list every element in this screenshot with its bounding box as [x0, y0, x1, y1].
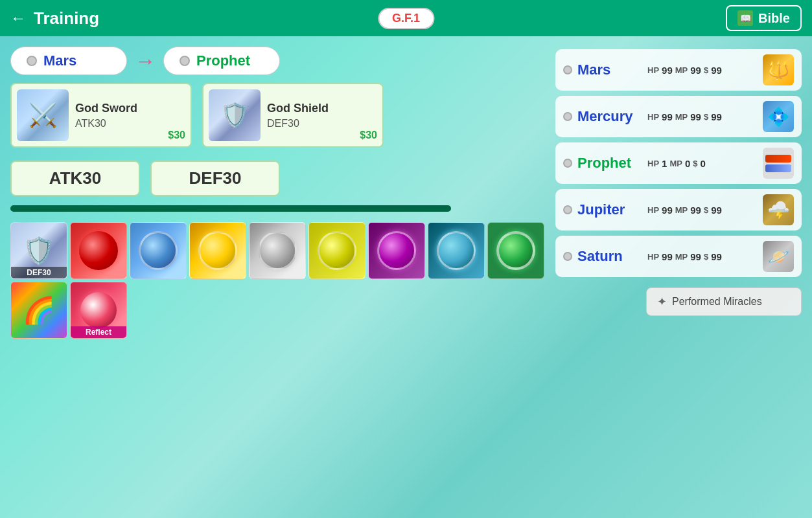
mars-money-val: 99	[711, 65, 722, 76]
prophet-dot	[563, 159, 572, 168]
jupiter-dot	[563, 205, 572, 214]
saturn-mp-val: 99	[690, 251, 701, 262]
header: ← Training G.F.1 📖 Bible	[0, 0, 812, 36]
mercury-dot	[563, 112, 572, 121]
bible-icon: 📖	[737, 10, 753, 26]
char-row-mars[interactable]: Mars HP 99 MP 99 $ 99 🔱	[555, 49, 802, 91]
prophet-hp-val: 1	[662, 158, 667, 169]
sword-icon: ⚔️	[17, 89, 69, 141]
right-panel: Mars HP 99 MP 99 $ 99 🔱 Mercury HP 99 MP…	[555, 47, 802, 508]
mercury-mp-val: 99	[690, 111, 701, 122]
shield-icon: 🛡️	[209, 89, 261, 141]
saturn-name: Saturn	[577, 248, 642, 265]
jupiter-money-label: $	[704, 205, 708, 215]
jupiter-hp-val: 99	[662, 205, 673, 216]
jupiter-mp-label: MP	[675, 205, 688, 215]
saturn-hp-val: 99	[662, 251, 673, 262]
saturn-dot	[563, 252, 572, 261]
grid-item-shield[interactable]: 🛡️ DEF30	[10, 222, 67, 279]
grid-item-purple-ring[interactable]	[368, 222, 425, 279]
jupiter-stats: HP 99 MP 99 $ 99	[647, 205, 758, 216]
mercury-avatar: 💠	[763, 101, 794, 132]
prophet-money-label: $	[693, 159, 697, 168]
miracles-button[interactable]: ✦ Performed Miracles	[646, 287, 802, 316]
grid-item-yellow-ring[interactable]	[308, 222, 365, 279]
prophet-name: Prophet	[577, 155, 642, 172]
mars-mp-label: MP	[675, 65, 688, 75]
mars-name: Mars	[577, 62, 642, 78]
saturn-avatar: 🪐	[763, 241, 794, 272]
char-row-prophet[interactable]: Prophet HP 1 MP 0 $ 0	[555, 142, 802, 184]
grid-row-1: 🛡️ DEF30	[10, 222, 545, 279]
mercury-hp-label: HP	[647, 112, 659, 122]
grid-item-rainbow[interactable]: 🌈	[10, 282, 67, 339]
transfer-row: Mars → Prophet	[10, 47, 545, 75]
mars-stats: HP 99 MP 99 $ 99	[647, 65, 758, 76]
grid-row-2: 🌈 Reflect	[10, 282, 545, 339]
mercury-money-label: $	[704, 112, 708, 122]
prophet-money-val: 0	[700, 158, 705, 169]
to-char-dot	[180, 56, 190, 66]
grid-item-red-gem[interactable]	[70, 222, 127, 279]
saturn-money-label: $	[704, 252, 708, 262]
bible-button[interactable]: 📖 Bible	[726, 5, 802, 31]
item-card-shield[interactable]: 🛡️ God Shield DEF30 $30	[202, 83, 384, 148]
atk-stat-bar: ATK30	[10, 161, 140, 196]
item-card-sword[interactable]: ⚔️ God Sword ATK30 $30	[10, 83, 192, 148]
grid-item-green-ring[interactable]	[487, 222, 544, 279]
gf-badge[interactable]: G.F.1	[378, 8, 434, 29]
shield-price: $30	[360, 130, 377, 141]
saturn-stats: HP 99 MP 99 $ 99	[647, 251, 758, 262]
from-character-pill[interactable]: Mars	[10, 47, 127, 75]
page-title: Training	[34, 8, 99, 28]
jupiter-name: Jupiter	[577, 201, 642, 218]
progress-bar	[10, 205, 451, 212]
items-grid: 🛡️ DEF30	[10, 222, 545, 339]
mercury-name: Mercury	[577, 108, 642, 125]
item-cards-row: ⚔️ God Sword ATK30 $30 🛡️ God Shield DEF…	[10, 83, 545, 148]
jupiter-avatar: 🌩️	[763, 194, 794, 225]
grid-item-shield-label: DEF30	[11, 267, 67, 278]
shield-name: God Shield	[267, 102, 353, 115]
mars-dot	[563, 65, 572, 74]
prophet-hp-label: HP	[647, 159, 659, 168]
mercury-money-val: 99	[711, 111, 722, 122]
mercury-hp-val: 99	[662, 111, 673, 122]
sword-info: God Sword ATK30	[75, 102, 161, 130]
shield-stat: DEF30	[267, 118, 353, 130]
grid-item-reflect-label: Reflect	[71, 326, 126, 338]
bible-label: Bible	[758, 11, 790, 26]
mars-mp-val: 99	[690, 65, 701, 76]
grid-item-aqua-ring[interactable]	[428, 222, 485, 279]
grid-item-silver-ring[interactable]	[249, 222, 306, 279]
mars-avatar: 🔱	[763, 54, 794, 85]
char-row-jupiter[interactable]: Jupiter HP 99 MP 99 $ 99 🌩️	[555, 189, 802, 231]
def-stat-bar: DEF30	[150, 161, 280, 196]
mars-money-label: $	[704, 65, 708, 75]
saturn-money-val: 99	[711, 251, 722, 262]
mars-hp-label: HP	[647, 65, 659, 75]
sword-stat: ATK30	[75, 118, 161, 130]
from-char-dot	[27, 56, 37, 66]
main-content: Mars → Prophet ⚔️ God Sword ATK30 $30 🛡️	[0, 36, 812, 518]
to-character-pill[interactable]: Prophet	[163, 47, 280, 75]
mercury-stats: HP 99 MP 99 $ 99	[647, 111, 758, 122]
char-row-saturn[interactable]: Saturn HP 99 MP 99 $ 99 🪐	[555, 236, 802, 277]
char-row-mercury[interactable]: Mercury HP 99 MP 99 $ 99 💠	[555, 96, 802, 137]
grid-item-blue-ring[interactable]	[130, 222, 187, 279]
jupiter-money-val: 99	[711, 205, 722, 216]
back-button[interactable]: ←	[10, 9, 26, 27]
shield-info: God Shield DEF30	[267, 102, 353, 130]
prophet-mp-label: MP	[669, 159, 682, 168]
miracles-label: Performed Miracles	[672, 296, 762, 308]
sword-name: God Sword	[75, 102, 161, 115]
prophet-avatar	[763, 148, 794, 179]
saturn-hp-label: HP	[647, 252, 659, 262]
jupiter-hp-label: HP	[647, 205, 659, 215]
prophet-stats: HP 1 MP 0 $ 0	[647, 158, 758, 169]
from-character-name: Mars	[43, 52, 76, 69]
jupiter-mp-val: 99	[690, 205, 701, 216]
grid-item-gold-ring[interactable]	[189, 222, 246, 279]
mars-hp-val: 99	[662, 65, 673, 76]
grid-item-reflect[interactable]: Reflect	[70, 282, 127, 339]
